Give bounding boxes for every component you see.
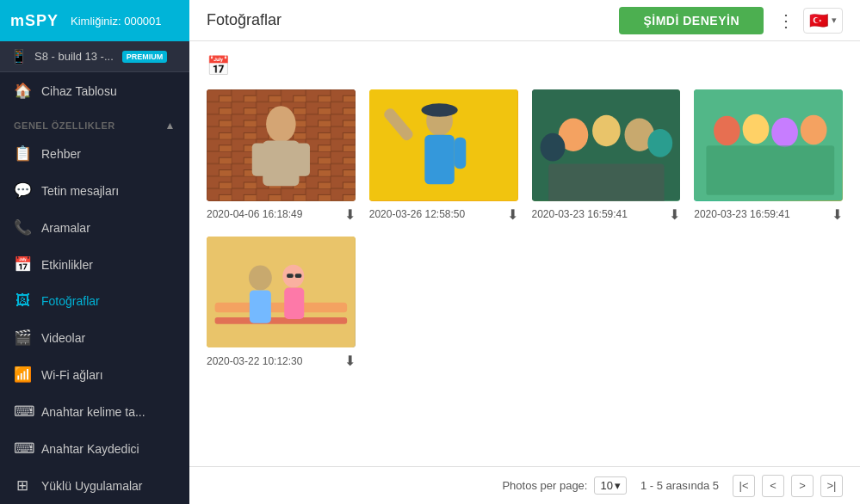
photo-date: 2020-03-23 16:59:41: [532, 208, 628, 220]
photo-image[interactable]: [694, 89, 843, 201]
wifi-icon: 📶: [14, 366, 31, 384]
photo-card: 2020-04-06 16:18:49 ⬇: [207, 89, 356, 223]
logo: mSPY: [10, 12, 59, 30]
keylogger-icon: ⌨: [14, 439, 31, 458]
per-page-arrow-icon: ▾: [615, 479, 621, 492]
sidebar-item-label: Tetin mesajları: [41, 184, 119, 198]
svg-rect-26: [707, 145, 835, 195]
calls-icon: 📞: [14, 218, 31, 237]
sidebar-item-photos[interactable]: 🖼 Fotoğraflar: [0, 283, 189, 319]
sidebar-item-apps[interactable]: ⊞ Yüklü Uygulamalar: [0, 467, 189, 504]
svg-rect-27: [207, 237, 356, 348]
download-icon[interactable]: ⬇: [344, 353, 356, 369]
prev-page-button[interactable]: <: [762, 475, 784, 497]
svg-rect-6: [252, 143, 267, 175]
premium-badge: PREMIUM: [122, 51, 168, 63]
photo-image[interactable]: [532, 89, 681, 201]
svg-rect-20: [548, 163, 664, 200]
svg-point-18: [540, 133, 565, 162]
first-page-button[interactable]: |<: [733, 475, 755, 497]
events-icon: 📅: [14, 255, 31, 274]
sidebar-item-label: Anahtar kelime ta...: [41, 405, 145, 419]
svg-rect-5: [263, 141, 299, 187]
content-area: 📅: [189, 41, 860, 466]
photos-grid-row2: 2020-03-22 10:12:30 ⬇: [207, 237, 843, 370]
sidebar-item-label: Anahtar Kaydedici: [41, 442, 139, 456]
photo-image[interactable]: [207, 89, 356, 201]
svg-rect-34: [287, 274, 294, 278]
sidebar-header: mSPY Kimliğiniz: 000001: [0, 0, 189, 41]
photo-date: 2020-03-22 10:12:30: [207, 355, 302, 367]
sidebar-item-label: Cihaz Tablosu: [41, 84, 117, 98]
photo-card: 2020-03-26 12:58:50 ⬇: [369, 89, 518, 223]
language-selector[interactable]: 🇹🇷 ▾: [803, 8, 843, 34]
section-label-general: GENEL ÖZELLIKLER ▲: [0, 109, 189, 135]
sidebar-item-label: Yüklü Uygulamalar: [41, 479, 143, 493]
sidebar-item-wifi[interactable]: 📶 Wi-Fi ağları: [0, 356, 189, 393]
sidebar-item-videos[interactable]: 🎬 Videolar: [0, 319, 189, 356]
per-page-selector[interactable]: 10 ▾: [594, 476, 626, 495]
sidebar-item-label: Fotoğraflar: [41, 294, 100, 308]
sidebar-item-keylogger[interactable]: ⌨ Anahtar Kaydedici: [0, 430, 189, 467]
last-page-button[interactable]: >|: [820, 475, 843, 497]
photo-meta: 2020-03-22 10:12:30 ⬇: [207, 353, 356, 369]
dropdown-arrow-icon: ▾: [832, 15, 837, 26]
sms-icon: 💬: [14, 181, 31, 200]
keywords-icon: ⌨: [14, 403, 31, 421]
svg-rect-12: [455, 138, 466, 169]
android-icon: 📱: [10, 48, 28, 65]
photo-image[interactable]: [369, 89, 518, 201]
device-bar[interactable]: 📱 S8 - build 13 -... PREMIUM: [0, 41, 189, 72]
svg-point-24: [771, 118, 798, 148]
svg-point-4: [266, 106, 296, 142]
flag-icon: 🇹🇷: [809, 11, 828, 30]
page-title: Fotoğraflar: [207, 11, 605, 29]
svg-rect-10: [424, 135, 455, 185]
sidebar-item-contacts[interactable]: 📋 Rehber: [0, 135, 189, 172]
main-content: Fotoğraflar ŞİMDİ DENEYİN ⋮ 🇹🇷 ▾ 📅: [189, 0, 860, 504]
svg-rect-31: [250, 290, 271, 323]
download-icon[interactable]: ⬇: [669, 206, 680, 223]
svg-point-30: [249, 265, 272, 290]
date-filter-bar: 📅: [207, 55, 843, 77]
photo-card: 2020-03-23 16:59:41 ⬇: [694, 89, 843, 223]
try-now-button[interactable]: ŞİMDİ DENEYİN: [619, 7, 764, 34]
photo-date: 2020-03-26 12:58:50: [369, 208, 465, 220]
sidebar-item-calls[interactable]: 📞 Aramalar: [0, 209, 189, 246]
svg-rect-35: [295, 274, 302, 278]
pagination-info: 1 - 5 arasında 5: [640, 479, 719, 492]
sidebar-item-label: Videolar: [41, 331, 85, 345]
download-icon[interactable]: ⬇: [507, 206, 518, 223]
next-page-button[interactable]: >: [791, 475, 814, 497]
photos-grid: 2020-04-06 16:18:49 ⬇: [207, 89, 843, 223]
videos-icon: 🎬: [14, 329, 31, 347]
photo-meta: 2020-03-26 12:58:50 ⬇: [369, 206, 518, 223]
sidebar-item-dashboard[interactable]: 🏠 Cihaz Tablosu: [0, 72, 189, 109]
download-icon[interactable]: ⬇: [832, 206, 843, 223]
svg-point-13: [421, 103, 457, 116]
more-options-icon[interactable]: ⋮: [777, 10, 795, 31]
download-icon[interactable]: ⬇: [344, 206, 356, 223]
calendar-icon[interactable]: 📅: [207, 55, 230, 77]
svg-point-22: [714, 116, 740, 146]
topbar-actions: ⋮ 🇹🇷 ▾: [777, 8, 843, 34]
sidebar-item-events[interactable]: 📅 Etkinlikler: [0, 246, 189, 283]
svg-rect-29: [215, 317, 348, 324]
apps-icon: ⊞: [14, 476, 31, 495]
photo-image[interactable]: [207, 237, 356, 348]
home-icon: 🏠: [14, 82, 31, 100]
photo-meta: 2020-03-23 16:59:41 ⬇: [532, 206, 681, 223]
svg-point-19: [647, 129, 672, 157]
sidebar-item-sms[interactable]: 💬 Tetin mesajları: [0, 172, 189, 209]
sidebar-item-label: Wi-Fi ağları: [41, 368, 103, 382]
svg-point-16: [592, 115, 621, 146]
sidebar-item-label: Rehber: [41, 147, 81, 161]
photo-date: 2020-04-06 16:18:49: [207, 208, 302, 220]
per-page-label: Photos per page:: [502, 479, 587, 492]
photo-meta: 2020-03-23 16:59:41 ⬇: [694, 206, 843, 223]
sidebar-item-keywords[interactable]: ⌨ Anahtar kelime ta...: [0, 393, 189, 430]
pagination-bar: Photos per page: 10 ▾ 1 - 5 arasında 5 |…: [189, 466, 860, 504]
collapse-icon[interactable]: ▲: [165, 120, 176, 132]
photos-icon: 🖼: [14, 292, 31, 310]
svg-rect-33: [284, 287, 304, 318]
